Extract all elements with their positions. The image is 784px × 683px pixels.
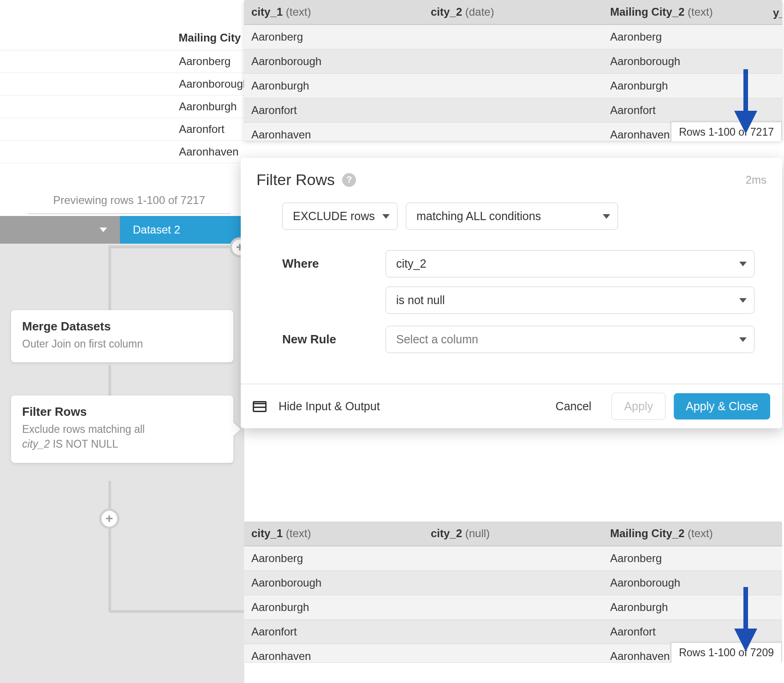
cell xyxy=(423,644,603,662)
step-subtitle: Exclude rows matching all city_2 IS NOT … xyxy=(22,422,222,451)
chevron-down-icon xyxy=(739,262,747,266)
connector-line xyxy=(108,246,111,310)
column-header[interactable]: city_2 (date) xyxy=(423,0,603,24)
add-step-button[interactable]: + xyxy=(99,509,119,529)
dialog-title: Filter Rows xyxy=(256,171,335,189)
cell: Aaronborough xyxy=(244,571,423,595)
column-header[interactable]: Mailing City_2 (text) xyxy=(603,521,782,545)
chevron-down-icon xyxy=(603,214,610,219)
dialog-body: EXCLUDE rows matching ALL conditions Whe… xyxy=(241,193,782,383)
output-row-count-badge: Rows 1-100 of 7209 xyxy=(671,642,782,663)
match-mode-select[interactable]: matching ALL conditions xyxy=(406,203,618,230)
cell xyxy=(423,25,603,49)
cell xyxy=(423,74,603,98)
connector-line xyxy=(110,246,240,248)
table-icon xyxy=(253,401,267,412)
filter-rows-step[interactable]: Filter Rows Exclude rows matching all ci… xyxy=(11,395,233,462)
apply-button[interactable]: Apply xyxy=(612,393,665,420)
step-subtitle: Outer Join on first column xyxy=(22,336,222,351)
table-row: Aaronborough Aaronborough xyxy=(244,571,782,595)
cell: Aaronberg xyxy=(244,546,423,570)
pipeline: + Merge Datasets Outer Join on first col… xyxy=(0,246,244,463)
exclude-include-select[interactable]: EXCLUDE rows xyxy=(282,203,398,230)
bg-table-row: Aaronfort xyxy=(0,118,249,141)
bg-table-row: Aaronhaven xyxy=(0,141,249,163)
execution-time-label: 2ms xyxy=(746,174,766,186)
merge-datasets-step[interactable]: Merge Datasets Outer Join on first colum… xyxy=(11,310,233,362)
cell: Aaronborough xyxy=(244,49,423,73)
dataset-tabs: Dataset 2 xyxy=(0,216,244,246)
truncated-column-hint: y_2 xyxy=(773,6,782,19)
cancel-button[interactable]: Cancel xyxy=(544,393,604,419)
help-icon[interactable]: ? xyxy=(342,173,356,187)
connector-line xyxy=(110,610,247,613)
dialog-footer: Hide Input & Output Cancel Apply Apply &… xyxy=(241,383,782,428)
annotation-arrow-icon xyxy=(734,587,757,652)
pipeline-canvas: Dataset 2 + Merge Datasets Outer Join on… xyxy=(0,216,244,683)
cell xyxy=(423,571,603,595)
bg-table-header: Mailing City xyxy=(0,26,249,50)
cell: Aaronhaven xyxy=(244,644,423,662)
new-rule-column-select[interactable]: Select a column xyxy=(386,326,754,353)
background-table: Mailing City Aaronberg Aaronborough Aaro… xyxy=(0,26,249,163)
input-preview-table: city_1 (text) city_2 (date) Mailing City… xyxy=(244,0,782,141)
bg-table-row: Aaronburgh xyxy=(0,96,249,118)
cell: Aaronburgh xyxy=(244,74,423,98)
cell xyxy=(423,595,603,619)
cell: Aaronburgh xyxy=(244,595,423,619)
column-header[interactable]: city_1 (text) xyxy=(244,521,423,545)
dataset-tab-1[interactable] xyxy=(0,216,120,244)
chevron-down-icon xyxy=(382,214,390,219)
cell: Aaronberg xyxy=(603,546,782,570)
table-row: Aaronborough Aaronborough xyxy=(244,49,782,74)
annotation-arrow-icon xyxy=(734,69,757,134)
table-header-row: city_1 (text) city_2 (null) Mailing City… xyxy=(244,521,782,546)
cell xyxy=(423,123,603,141)
table-row: Aaronburgh Aaronburgh xyxy=(244,595,782,620)
cell: Aaronfort xyxy=(244,620,423,644)
table-row: Aaronfort Aaronfort xyxy=(244,98,782,123)
dialog-header: Filter Rows ? 2ms xyxy=(241,158,782,193)
new-rule-label: New Rule xyxy=(282,326,374,347)
table-row: Aaronberg Aaronberg xyxy=(244,25,782,49)
chevron-down-icon xyxy=(739,337,747,342)
where-label: Where xyxy=(282,250,374,271)
cell: Aaronberg xyxy=(603,25,782,49)
cell xyxy=(423,546,603,570)
cell: Aaronhaven xyxy=(244,123,423,141)
input-row-count-badge: Rows 1-100 of 7217 xyxy=(671,121,782,141)
cell xyxy=(423,620,603,644)
where-rule-row: Where city_2 is not null xyxy=(282,250,754,314)
table-row: Aaronburgh Aaronburgh xyxy=(244,74,782,98)
cell xyxy=(423,98,603,122)
selected-step-pointer xyxy=(232,422,241,437)
table-row: Aaronberg Aaronberg xyxy=(244,546,782,571)
mode-selects-row: EXCLUDE rows matching ALL conditions xyxy=(282,203,754,230)
dataset-tab-2[interactable]: Dataset 2 xyxy=(120,216,244,244)
apply-close-button[interactable]: Apply & Close xyxy=(674,393,770,419)
table-row: Aaronfort Aaronfort xyxy=(244,620,782,644)
output-preview-table: city_1 (text) city_2 (null) Mailing City… xyxy=(244,521,782,663)
column-header[interactable]: city_2 (null) xyxy=(423,521,603,545)
step-title: Filter Rows xyxy=(22,405,222,419)
chevron-down-icon xyxy=(100,228,107,232)
connector-line xyxy=(108,529,111,612)
bg-table-row: Aaronborough xyxy=(0,73,249,96)
cell: Aaronberg xyxy=(244,25,423,49)
bg-table-row: Aaronberg xyxy=(0,50,249,73)
preview-caption: Previewing rows 1-100 of 7217 xyxy=(28,194,231,214)
cell xyxy=(423,49,603,73)
where-condition-select[interactable]: is not null xyxy=(386,287,754,314)
column-header[interactable]: Mailing City_2 (text) y_2 xyxy=(603,0,782,24)
step-title: Merge Datasets xyxy=(22,319,222,334)
where-column-select[interactable]: city_2 xyxy=(386,250,754,277)
new-rule-row: New Rule Select a column xyxy=(282,326,754,353)
chevron-down-icon xyxy=(739,298,747,303)
column-header[interactable]: city_1 (text) xyxy=(244,0,423,24)
table-header-row: city_1 (text) city_2 (date) Mailing City… xyxy=(244,0,782,25)
cell: Aaronfort xyxy=(244,98,423,122)
filter-rows-dialog: Filter Rows ? 2ms EXCLUDE rows matching … xyxy=(241,158,782,428)
hide-input-output-toggle[interactable]: Hide Input & Output xyxy=(279,400,380,413)
